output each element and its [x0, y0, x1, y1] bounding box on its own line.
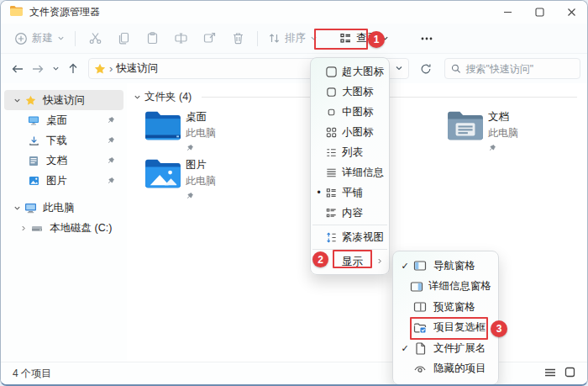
chevron-down-icon[interactable] [11, 97, 23, 104]
pin-icon [186, 143, 216, 155]
paste-button[interactable] [138, 28, 166, 49]
quick-access-star-icon [23, 95, 38, 106]
close-button[interactable] [555, 1, 587, 24]
folder-location: 此电脑 [186, 126, 216, 140]
sort-button-label: 排序 [285, 31, 306, 45]
minimize-button[interactable] [491, 1, 523, 24]
file-explorer-window: 文件资源管理器 新建 [0, 0, 588, 386]
menu-item-tiles[interactable]: • 平铺 [311, 182, 389, 203]
back-button[interactable] [8, 59, 28, 79]
submenu-item-label: 详细信息窗格 [428, 279, 491, 293]
toolbar-divider [257, 31, 258, 46]
submenu-item-details-pane[interactable]: 详细信息窗格 [393, 277, 498, 297]
submenu-item-label: 文件扩展名 [433, 341, 486, 356]
navigation-pane-icon [412, 260, 428, 272]
close-icon [567, 8, 576, 17]
downloads-icon [26, 135, 41, 146]
search-box[interactable] [444, 58, 580, 79]
menu-item-content[interactable]: 内容 [311, 203, 389, 223]
paste-icon [145, 31, 160, 45]
recent-locations-button[interactable] [48, 59, 63, 79]
checkmark: ✓ [398, 261, 412, 272]
sidebar-item-pictures[interactable]: 图片 [4, 171, 123, 191]
sidebar-item-downloads[interactable]: 下载 [4, 130, 123, 151]
menu-item-label: 列表 [342, 145, 363, 160]
breadcrumb-separator: › [109, 62, 113, 75]
pin-icon [107, 176, 115, 188]
up-icon [68, 63, 78, 74]
menu-item-compact-view[interactable]: 紧凑视图 [311, 227, 389, 247]
folder-tile-desktop[interactable]: 桌面 此电脑 [144, 108, 286, 152]
menu-item-large-icons[interactable]: 大图标 [311, 82, 389, 102]
menu-item-extra-large-icons[interactable]: 超大图标 [311, 61, 389, 82]
sidebar-item-local-disk-c[interactable]: 本地磁盘 (C:) [4, 218, 123, 238]
desktop-icon [26, 115, 41, 126]
cut-button[interactable] [81, 28, 109, 49]
chevron-right-icon[interactable] [18, 225, 29, 232]
folder-tile-pictures[interactable]: 图片 此电脑 [144, 156, 286, 200]
details-view-toggle-icon[interactable] [544, 367, 556, 380]
delete-button[interactable] [223, 28, 252, 49]
menu-item-details[interactable]: 详细信息 [311, 162, 389, 182]
minimize-icon [503, 8, 512, 17]
sidebar-item-documents[interactable]: 文档 [4, 151, 123, 171]
submenu-item-label: 预览窗格 [433, 300, 475, 315]
menu-item-list[interactable]: 列表 [311, 142, 389, 162]
view-menu: 超大图标 大图标 中图标 小图标 列表 详细信息 • [310, 57, 390, 275]
forward-button[interactable] [28, 59, 48, 79]
chevron-down-icon[interactable] [11, 204, 23, 212]
preview-pane-icon [412, 301, 428, 313]
refresh-button[interactable] [416, 59, 436, 79]
hidden-items-icon [412, 363, 428, 374]
menu-item-small-icons[interactable]: 小图标 [311, 122, 389, 142]
pictures-icon [26, 176, 41, 186]
search-input[interactable] [465, 63, 574, 75]
folder-tile-documents[interactable]: 文档 此电脑 [446, 108, 588, 152]
recent-locations-icon [52, 65, 60, 72]
annotation-box-item-check-boxes [410, 317, 488, 340]
home-star-icon [94, 63, 106, 75]
menu-item-medium-icons[interactable]: 中图标 [311, 102, 389, 122]
selected-marker: • [314, 187, 323, 198]
new-plus-icon [14, 32, 28, 45]
forward-icon [32, 64, 44, 74]
address-dropdown-button[interactable] [395, 63, 403, 75]
submenu-item-hidden-items[interactable]: 隐藏的项目 [393, 359, 498, 379]
search-icon [451, 63, 460, 74]
window-title: 文件资源管理器 [29, 5, 100, 19]
sidebar-item-desktop[interactable]: 桌面 [4, 110, 123, 130]
submenu-item-file-name-extensions[interactable]: ✓ 文件扩展名 [393, 338, 498, 358]
sidebar-item-label: 本地磁盘 (C:) [50, 221, 112, 235]
submenu-item-navigation-pane[interactable]: ✓ 导航窗格 [393, 256, 498, 276]
menu-item-label: 中图标 [342, 105, 374, 119]
share-button[interactable] [195, 28, 223, 49]
up-button[interactable] [63, 59, 83, 79]
large-icons-view-toggle-icon[interactable] [564, 367, 575, 380]
submenu-item-preview-pane[interactable]: 预览窗格 [393, 297, 498, 317]
pin-icon [186, 191, 216, 203]
sort-arrows-icon [268, 32, 281, 45]
chevron-down-icon [134, 93, 141, 101]
medium-icons-icon [323, 106, 339, 119]
pin-icon [107, 156, 115, 167]
back-icon [12, 64, 24, 74]
documents-icon [26, 156, 41, 167]
submenu-item-label: 导航窗格 [433, 259, 475, 273]
maximize-button[interactable] [523, 1, 555, 24]
sidebar-item-this-pc[interactable]: 此电脑 [4, 198, 123, 218]
submenu-item-label: 隐藏的项目 [433, 362, 486, 376]
folder-name: 图片 [186, 158, 216, 172]
new-button[interactable]: 新建 [9, 28, 70, 49]
sidebar-item-label: 图片 [46, 174, 67, 188]
sidebar-item-quick-access[interactable]: 快速访问 [4, 90, 123, 110]
copy-button[interactable] [109, 28, 138, 49]
breadcrumb-root[interactable]: 快速访问 [116, 61, 158, 76]
rename-icon [174, 31, 188, 45]
small-icons-icon [323, 126, 339, 139]
address-bar: › 快速访问 [1, 53, 587, 83]
content-view-icon [323, 207, 339, 219]
rename-button[interactable] [166, 28, 195, 49]
documents-folder-icon [446, 108, 488, 152]
more-button[interactable] [412, 29, 441, 49]
toolbar-divider [75, 31, 76, 46]
